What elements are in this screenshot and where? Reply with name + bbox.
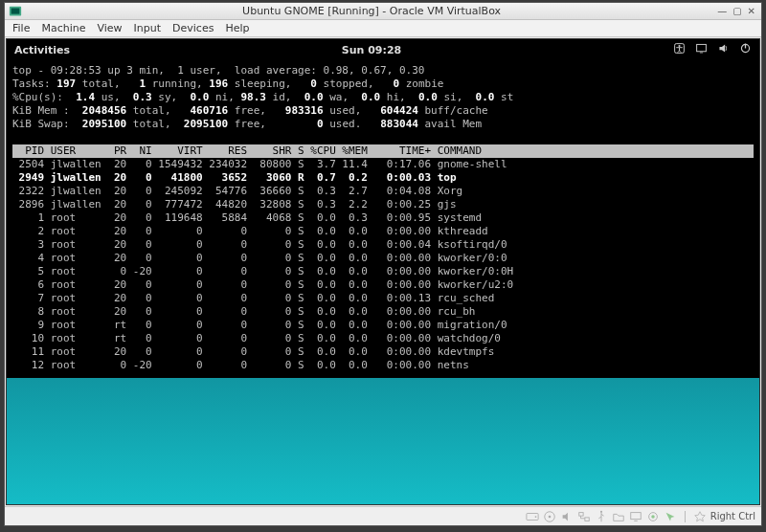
process-row: 7 root 20 0 0 0 0 S 0.0 0.0 0:00.13 rcu_… (12, 292, 754, 305)
hostkey-icon (693, 510, 707, 523)
svg-point-18 (651, 515, 655, 519)
close-button[interactable]: ✕ (748, 6, 755, 16)
process-row: 1 root 20 0 119648 5884 4068 S 0.0 0.3 0… (12, 211, 754, 225)
window-title: Ubuntu GNOME [Running] - Oracle VM Virtu… (26, 5, 717, 17)
process-row: 2949 jlwallen 20 0 41800 3652 3060 R 0.7… (12, 171, 754, 185)
svg-point-3 (678, 45, 680, 47)
process-row: 3 root 20 0 0 0 0 S 0.0 0.0 0:00.04 ksof… (12, 238, 754, 252)
process-row: 8 root 20 0 0 0 0 S 0.0 0.0 0:00.00 rcu_… (12, 305, 754, 319)
hostkey-label: Right Ctrl (710, 511, 755, 521)
audio-status-icon[interactable] (560, 510, 574, 523)
app-window: Ubuntu GNOME [Running] - Oracle VM Virtu… (4, 2, 762, 526)
recording-icon[interactable] (646, 510, 660, 523)
svg-rect-4 (697, 44, 707, 51)
minimize-button[interactable]: — (717, 6, 727, 16)
network-status-icon[interactable] (577, 510, 591, 523)
process-row: 4 root 20 0 0 0 0 S 0.0 0.0 0:00.00 kwor… (12, 252, 754, 265)
separator (685, 511, 686, 522)
menu-input[interactable]: Input (134, 22, 161, 34)
process-row: 2896 jlwallen 20 0 777472 44820 32808 S … (12, 198, 754, 211)
volume-icon[interactable] (717, 42, 730, 57)
menu-machine[interactable]: Machine (41, 22, 85, 34)
menubar: File Machine View Input Devices Help (5, 20, 761, 37)
process-row: 11 root 20 0 0 0 0 S 0.0 0.0 0:00.00 kde… (12, 345, 754, 359)
power-icon[interactable] (739, 42, 752, 57)
process-row: 6 root 20 0 0 0 0 S 0.0 0.0 0:00.00 kwor… (12, 278, 754, 292)
top-summary-3: %Cpu(s): 1.4 us, 0.3 sy, 0.0 ni, 98.3 id… (12, 91, 754, 104)
display-status-icon[interactable] (629, 510, 642, 523)
shared-folder-icon[interactable] (612, 510, 625, 523)
process-row: 2504 jlwallen 20 0 1549432 234032 80800 … (12, 158, 754, 171)
svg-rect-13 (585, 517, 589, 521)
process-row: 12 root 0 -20 0 0 0 S 0.0 0.0 0:00.00 ne… (12, 359, 754, 372)
svg-rect-1 (11, 8, 20, 13)
menu-view[interactable]: View (97, 22, 122, 34)
svg-rect-15 (630, 512, 641, 519)
clock[interactable]: Sun 09:28 (70, 44, 673, 56)
top-summary-2: Tasks: 197 total, 1 running, 196 sleepin… (12, 78, 754, 91)
top-summary-4: KiB Mem : 2048456 total, 460716 free, 98… (12, 104, 754, 118)
process-header: PID USER PR NI VIRT RES SHR S %CPU %MEM … (12, 144, 754, 158)
app-icon (9, 5, 22, 18)
process-row: 10 root rt 0 0 0 0 S 0.0 0.0 0:00.00 wat… (12, 332, 754, 345)
svg-point-9 (534, 516, 536, 518)
top-summary-5: KiB Swap: 2095100 total, 2095100 free, 0… (12, 118, 754, 131)
process-row: 2322 jlwallen 20 0 245092 54776 36660 S … (12, 185, 754, 198)
process-list: 2504 jlwallen 20 0 1549432 234032 80800 … (12, 158, 754, 372)
mouse-capture-icon[interactable] (664, 510, 677, 523)
process-row: 2 root 20 0 0 0 0 S 0.0 0.0 0:00.00 kthr… (12, 225, 754, 238)
svg-point-11 (548, 515, 551, 518)
usb-status-icon[interactable] (595, 510, 608, 523)
cd-icon[interactable] (543, 510, 556, 523)
svg-rect-5 (700, 53, 703, 54)
gnome-top-bar: Activities Sun 09:28 (7, 39, 759, 60)
blank-line (12, 131, 754, 144)
menu-file[interactable]: File (12, 22, 30, 34)
activities-button[interactable]: Activities (14, 44, 70, 56)
menu-devices[interactable]: Devices (172, 22, 214, 34)
svg-rect-12 (578, 512, 582, 516)
hdd-icon[interactable] (526, 510, 539, 523)
accessibility-icon[interactable] (673, 42, 686, 57)
process-row: 9 root rt 0 0 0 0 S 0.0 0.0 0:00.00 migr… (12, 319, 754, 332)
top-summary-1: top - 09:28:53 up 3 min, 1 user, load av… (12, 64, 754, 78)
vbox-statusbar: Right Ctrl (5, 506, 761, 525)
vm-display[interactable]: Activities Sun 09:28 top - 09:28:53 up 3… (6, 38, 760, 505)
titlebar[interactable]: Ubuntu GNOME [Running] - Oracle VM Virtu… (5, 3, 761, 20)
svg-point-14 (600, 510, 602, 512)
network-icon[interactable] (695, 42, 708, 57)
terminal[interactable]: top - 09:28:53 up 3 min, 1 user, load av… (7, 60, 759, 378)
maximize-button[interactable]: ▢ (732, 6, 741, 16)
process-row: 5 root 0 -20 0 0 0 S 0.0 0.0 0:00.00 kwo… (12, 265, 754, 278)
menu-help[interactable]: Help (225, 22, 249, 34)
